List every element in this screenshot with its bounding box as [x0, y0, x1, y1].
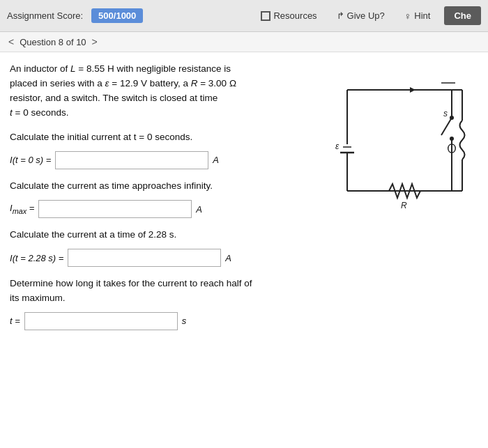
svg-point-3 [450, 116, 454, 120]
answer1-input[interactable] [55, 151, 208, 169]
hint-icon: ♀ [404, 10, 412, 22]
answer2-input[interactable] [38, 200, 192, 218]
problem-line2: placed in series with a ε = 12.9 V batte… [10, 78, 236, 88]
assignment-score-label: Assignment Score: [7, 10, 83, 21]
problem-line4: t = 0 seconds. [10, 107, 68, 118]
problem-line1: An inductor of L = 8.55 H with negligibl… [10, 63, 231, 74]
resistor-label: R [401, 201, 407, 210]
question-nav: < Question 8 of 10 > [0, 32, 488, 52]
hint-label: Hint [414, 10, 430, 21]
sub-question-4: Determine how long it takes for the curr… [10, 277, 319, 305]
problem-description: An inductor of L = 8.55 H with negligibl… [10, 62, 319, 121]
svg-marker-16 [410, 87, 415, 93]
switch-label: s [443, 109, 448, 118]
answer1-label: I(t = 0 s) = [10, 155, 51, 165]
problem-line3: resistor, and a switch. The switch is cl… [10, 93, 218, 103]
answer4-label: t = [10, 316, 20, 326]
answer2-label: Imax = [10, 203, 34, 215]
sub-question-3: Calculate the current at a time of 2.28 … [10, 228, 319, 242]
right-panel: s ε R [326, 62, 480, 440]
answer2-unit: A [196, 204, 202, 215]
answer3-unit: A [225, 253, 231, 263]
giveup-icon: ↱ [337, 10, 344, 21]
subq1-text: Calculate the initial current at t = 0 s… [10, 132, 192, 142]
top-bar: Assignment Score: 500/1000 Resources ↱ G… [0, 0, 488, 32]
score-badge: 500/1000 [91, 8, 143, 23]
hint-button[interactable]: ♀ Hint [399, 8, 436, 24]
subq3-text: Calculate the current at a time of 2.28 … [10, 229, 176, 240]
main-content: An inductor of L = 8.55 H with negligibl… [0, 52, 488, 448]
sub-question-2: Calculate the current as time approaches… [10, 179, 319, 193]
sub-question-1: Calculate the initial current at t = 0 s… [10, 130, 319, 144]
answer3-label: I(t = 2.28 s) = [10, 253, 63, 263]
answer-row-3: I(t = 2.28 s) = A [10, 249, 319, 267]
circuit-diagram: s ε R [333, 69, 473, 222]
subq2-text: Calculate the current as time approaches… [10, 180, 213, 191]
question-indicator: Question 8 of 10 [20, 37, 86, 47]
next-question-button[interactable]: > [92, 36, 98, 47]
answer-row-2: Imax = A [10, 200, 319, 218]
answer-row-4: t = s [10, 312, 319, 330]
emf-label: ε [335, 141, 340, 151]
answer1-unit: A [213, 155, 219, 165]
answer4-unit: s [182, 316, 187, 326]
resources-button[interactable]: Resources [255, 8, 322, 24]
resources-label: Resources [273, 10, 317, 21]
left-panel: An inductor of L = 8.55 H with negligibl… [10, 62, 319, 440]
check-button[interactable]: Che [444, 6, 481, 25]
giveup-label: Give Up? [347, 10, 385, 21]
answer-row-1: I(t = 0 s) = A [10, 151, 319, 169]
svg-line-2 [441, 118, 452, 135]
resources-icon [261, 11, 270, 21]
subq4-text: Determine how long it takes for the curr… [10, 278, 252, 288]
answer3-input[interactable] [68, 249, 221, 267]
giveup-button[interactable]: ↱ Give Up? [331, 8, 390, 24]
answer4-input[interactable] [24, 312, 178, 330]
subq4-text2: its maximum. [10, 293, 66, 303]
prev-question-button[interactable]: < [8, 36, 14, 47]
